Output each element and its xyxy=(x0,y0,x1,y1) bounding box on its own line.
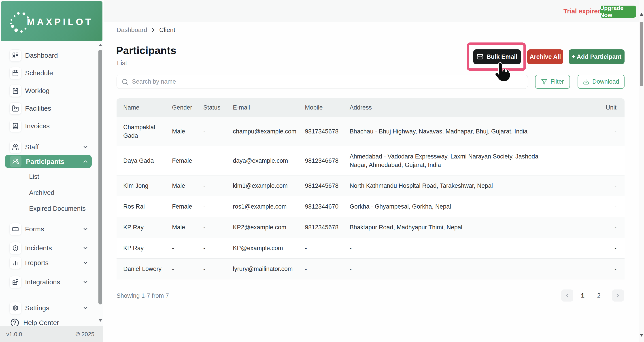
add-participant-label: + Add Participant xyxy=(572,53,622,60)
sidebar-item-invoices[interactable]: Invoices xyxy=(0,119,98,133)
table-row[interactable]: Daya Gada Female - daya@example.com 9812… xyxy=(116,146,624,175)
sidebar-item-settings[interactable]: Settings xyxy=(0,301,98,315)
column-header-unit: Unit xyxy=(564,98,624,117)
sidebar-scroll-up-arrow[interactable] xyxy=(99,44,102,46)
sidebar-item-label: Dashboard xyxy=(25,52,58,59)
cell-mobile: 9812445678 xyxy=(305,175,350,196)
filter-button[interactable]: Filter xyxy=(535,75,570,89)
chevron-down-icon xyxy=(82,260,88,266)
sidebar-item-archived[interactable]: Archived xyxy=(0,186,98,200)
sidebar-item-facilities[interactable]: Facilities xyxy=(0,101,98,116)
gear-icon xyxy=(10,302,22,314)
sidebar-footer: v1.0.0 © 2025 xyxy=(0,326,103,342)
brand-logo[interactable]: MAXPILOT xyxy=(1,1,102,41)
cell-mobile: 9812344670 xyxy=(305,196,350,217)
sidebar-item-worklog[interactable]: Worklog xyxy=(0,84,98,98)
scroll-up-arrow[interactable] xyxy=(640,13,643,16)
sidebar-item-integrations[interactable]: Integrations xyxy=(0,275,98,289)
cell-address: - xyxy=(350,238,564,258)
archive-all-button[interactable]: Archive All xyxy=(527,49,563,64)
cell-status: - xyxy=(203,121,233,142)
chevron-right-icon xyxy=(150,27,156,33)
chevron-right-icon xyxy=(615,293,621,299)
table-row[interactable]: Ros Rai Female - ros1@example.com 981234… xyxy=(116,196,624,217)
chevron-left-icon xyxy=(564,293,570,299)
factory-icon xyxy=(10,102,22,114)
scroll-down-arrow[interactable] xyxy=(640,334,643,337)
pagination-page-1[interactable]: 1 xyxy=(577,290,588,302)
sidebar-item-label: Help Center xyxy=(23,319,59,327)
cell-unit: - xyxy=(564,259,624,279)
cell-unit: - xyxy=(564,121,624,142)
sidebar-scroll-down-arrow[interactable] xyxy=(99,319,102,322)
cell-mobile: 9817345678 xyxy=(305,121,350,142)
sidebar-item-participants[interactable]: Participants xyxy=(5,155,92,168)
cell-gender: Female xyxy=(172,150,203,171)
sidebar-subitem-label: Expired Documents xyxy=(29,205,86,212)
sidebar-item-label: Settings xyxy=(25,304,49,312)
sidebar-item-reports[interactable]: Reports xyxy=(0,256,98,270)
sidebar-item-label: Facilities xyxy=(25,105,51,112)
bulk-email-label: Bulk Email xyxy=(486,53,518,60)
sidebar-item-expired-documents[interactable]: Expired Documents xyxy=(0,201,98,216)
cell-email: kim1@example.com xyxy=(233,175,305,196)
sidebar-scrollbar[interactable] xyxy=(98,50,102,305)
cell-mobile: 9812345678 xyxy=(305,217,350,238)
sidebar-item-list[interactable]: List xyxy=(0,169,98,184)
page-title: Participants xyxy=(116,44,176,56)
cell-gender: Male xyxy=(172,121,203,142)
cell-address: Bhachau - Bhuj Highway, Navavas, Madhapa… xyxy=(350,121,564,142)
column-header-mobile: Mobile xyxy=(305,98,350,117)
copyright: © 2025 xyxy=(76,331,94,338)
add-participant-button[interactable]: + Add Participant xyxy=(568,49,624,64)
table-row[interactable]: Kim Jong Male - kim1@example.com 9812445… xyxy=(116,175,624,196)
brand-name: MAXPILOT xyxy=(27,16,93,27)
breadcrumb: Dashboard Client xyxy=(116,26,175,33)
top-header: Trial expired Upgrade Now F Fleur Camach… xyxy=(104,0,644,22)
sidebar-item-dashboard[interactable]: Dashboard xyxy=(0,48,98,63)
pagination-next-button[interactable] xyxy=(612,290,624,302)
page-scrollbar-thumb[interactable] xyxy=(640,22,643,86)
cell-status: - xyxy=(203,150,233,171)
pagination-prev-button[interactable] xyxy=(561,290,573,302)
chevron-down-icon xyxy=(82,144,88,150)
page-scrollbar[interactable] xyxy=(639,0,644,342)
shield-alert-icon xyxy=(10,242,22,254)
sidebar-item-label: Reports xyxy=(25,259,48,267)
cell-unit: - xyxy=(564,217,624,238)
archive-all-label: Archive All xyxy=(530,53,561,60)
upgrade-now-button[interactable]: Upgrade Now xyxy=(600,5,636,18)
search-input[interactable] xyxy=(132,78,523,85)
chevron-down-icon xyxy=(82,245,88,251)
cell-mobile: 9812346678 xyxy=(305,150,350,171)
sidebar-subitem-label: Archived xyxy=(29,189,54,197)
table-row[interactable]: KP Ray Male - KP2@example.com 9812345678… xyxy=(116,217,624,238)
cell-address: Ahmedabad - Vadodara Expressway, Laxmi N… xyxy=(350,146,564,175)
table-body: Champaklal Gada Male - champu@example.co… xyxy=(116,117,624,279)
cell-gender: Female xyxy=(172,196,203,217)
sidebar-item-incidents[interactable]: Incidents xyxy=(0,241,98,255)
table-row[interactable]: Champaklal Gada Male - champu@example.co… xyxy=(116,117,624,146)
sidebar-item-label: Integrations xyxy=(25,278,60,286)
filter-funnel-icon xyxy=(541,79,547,85)
sidebar-item-forms[interactable]: Forms xyxy=(0,222,98,236)
table-row[interactable]: Daniel Lowery - - lyrury@mailinator.com … xyxy=(116,259,624,279)
cell-email: champu@example.com xyxy=(233,121,305,142)
column-header-address: Address xyxy=(350,98,564,117)
cell-name: Ros Rai xyxy=(116,196,172,217)
cell-gender: - xyxy=(172,238,203,258)
pagination-page-2[interactable]: 2 xyxy=(593,290,604,302)
page-subtitle: List xyxy=(117,59,127,67)
download-button[interactable]: Download xyxy=(578,75,624,89)
cell-address: Gorkha - Ghyampesal, Gorkha, Nepal xyxy=(350,196,564,217)
table-row[interactable]: KP Ray - - KP@example.com - - - xyxy=(116,238,624,259)
cell-name: Champaklal Gada xyxy=(116,117,172,146)
bulk-email-button[interactable]: Bulk Email xyxy=(473,49,521,64)
filter-label: Filter xyxy=(550,78,564,85)
cell-status: - xyxy=(203,238,233,258)
sidebar-item-schedule[interactable]: Schedule xyxy=(0,66,98,80)
sidebar-item-staff[interactable]: Staff xyxy=(0,140,98,154)
breadcrumb-dashboard[interactable]: Dashboard xyxy=(116,26,147,33)
sidebar-item-label: Schedule xyxy=(25,69,53,77)
cell-status: - xyxy=(203,217,233,238)
